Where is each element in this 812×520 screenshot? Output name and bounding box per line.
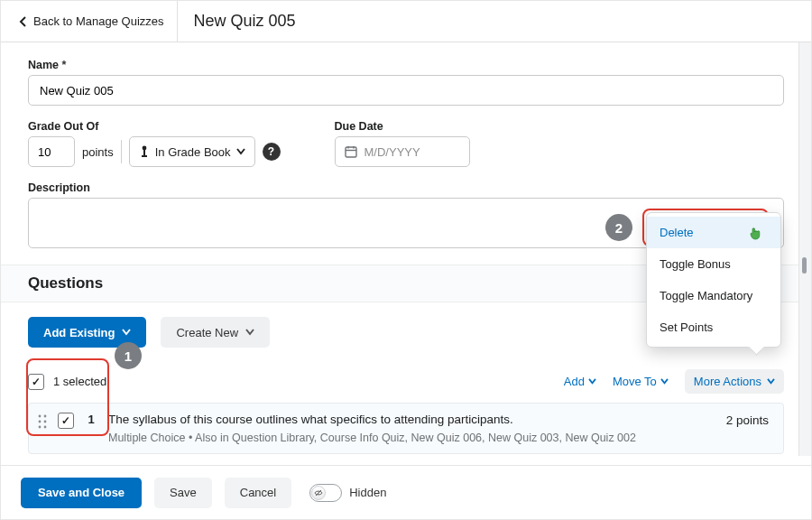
add-existing-label: Add Existing (43, 326, 115, 339)
menu-item-toggle-mandatory[interactable]: Toggle Mandatory (647, 280, 780, 311)
add-dropdown[interactable]: Add (564, 375, 596, 388)
svg-rect-1 (143, 150, 145, 155)
svg-point-11 (39, 426, 42, 429)
move-to-label: Move To (613, 375, 657, 388)
question-title: The syllabus of this course outlines wha… (108, 413, 715, 426)
save-and-close-button[interactable]: Save and Close (21, 478, 142, 508)
name-label: Name (28, 59, 784, 71)
add-existing-button[interactable]: Add Existing (28, 317, 146, 348)
chevron-down-icon (236, 148, 245, 155)
due-date-input[interactable]: M/D/YYYY (335, 136, 470, 167)
due-date-placeholder: M/D/YYYY (364, 145, 420, 159)
question-row[interactable]: 1 The syllabus of this course outlines w… (28, 403, 784, 454)
due-date-label: Due Date (335, 120, 470, 133)
due-date-group: Due Date M/D/YYYY (335, 120, 470, 167)
svg-rect-2 (142, 155, 147, 157)
svg-point-12 (44, 426, 47, 429)
divider (121, 140, 122, 163)
trophy-icon (139, 145, 150, 158)
create-new-button[interactable]: Create New (161, 317, 270, 348)
back-label: Back to Manage Quizzes (33, 14, 164, 28)
in-grade-book-dropdown[interactable]: In Grade Book (129, 136, 255, 167)
chevron-down-icon (767, 378, 775, 385)
more-actions-dropdown[interactable]: More Actions (685, 369, 784, 394)
menu-item-set-points[interactable]: Set Points (647, 311, 780, 343)
cursor-icon (750, 226, 762, 243)
question-checkbox[interactable] (58, 413, 74, 429)
selection-summary: 1 selected (28, 374, 106, 390)
toggle-knob (311, 486, 326, 500)
question-points: 2 points (726, 413, 769, 427)
chevron-down-icon (660, 378, 669, 385)
grade-label: Grade Out Of (28, 120, 281, 133)
chevron-left-icon (19, 16, 28, 27)
add-label: Add (564, 375, 585, 388)
chevron-down-icon (245, 329, 254, 336)
save-button[interactable]: Save (154, 478, 212, 508)
svg-point-0 (142, 146, 146, 151)
drag-handle-icon[interactable] (38, 413, 47, 432)
question-number: 1 (85, 413, 97, 426)
question-meta: Multiple Choice • Also in Question Libra… (108, 432, 715, 444)
menu-item-toggle-bonus[interactable]: Toggle Bonus (647, 248, 780, 280)
menu-delete-label: Delete (660, 226, 694, 239)
grade-out-of-group: Grade Out Of points In Grade Book ? (28, 120, 281, 167)
scrollbar[interactable] (798, 42, 811, 456)
menu-item-delete[interactable]: Delete (647, 217, 780, 248)
points-word: points (82, 145, 114, 159)
hidden-label: Hidden (349, 486, 386, 499)
scrollbar-thumb[interactable] (802, 257, 807, 274)
chevron-down-icon (122, 329, 131, 336)
help-icon[interactable]: ? (263, 143, 281, 161)
footer-bar: Save and Close Save Cancel Hidden (1, 465, 811, 519)
svg-point-10 (44, 421, 47, 423)
move-to-dropdown[interactable]: Move To (613, 375, 669, 388)
chevron-down-icon (588, 378, 596, 385)
more-actions-label: More Actions (694, 375, 761, 388)
cancel-button[interactable]: Cancel (225, 478, 291, 508)
eye-off-icon (314, 488, 323, 497)
back-to-manage-quizzes[interactable]: Back to Manage Quizzes (6, 1, 178, 42)
more-actions-menu: Delete Toggle Bonus Toggle Mandatory Set… (646, 212, 781, 348)
svg-point-7 (39, 415, 42, 418)
create-new-label: Create New (176, 326, 238, 339)
top-bar: Back to Manage Quizzes New Quiz 005 (1, 1, 811, 42)
description-label: Description (28, 181, 784, 194)
calendar-icon (345, 145, 357, 158)
quiz-name-input[interactable] (28, 75, 784, 106)
gradebook-label: In Grade Book (155, 145, 231, 159)
svg-rect-3 (346, 147, 356, 157)
select-all-checkbox[interactable] (28, 374, 44, 390)
page-title: New Quiz 005 (178, 12, 312, 31)
grade-input[interactable] (28, 136, 75, 167)
visibility-toggle[interactable] (309, 484, 342, 502)
svg-point-9 (39, 421, 42, 423)
svg-point-8 (44, 415, 47, 418)
selected-count: 1 selected (53, 375, 106, 388)
